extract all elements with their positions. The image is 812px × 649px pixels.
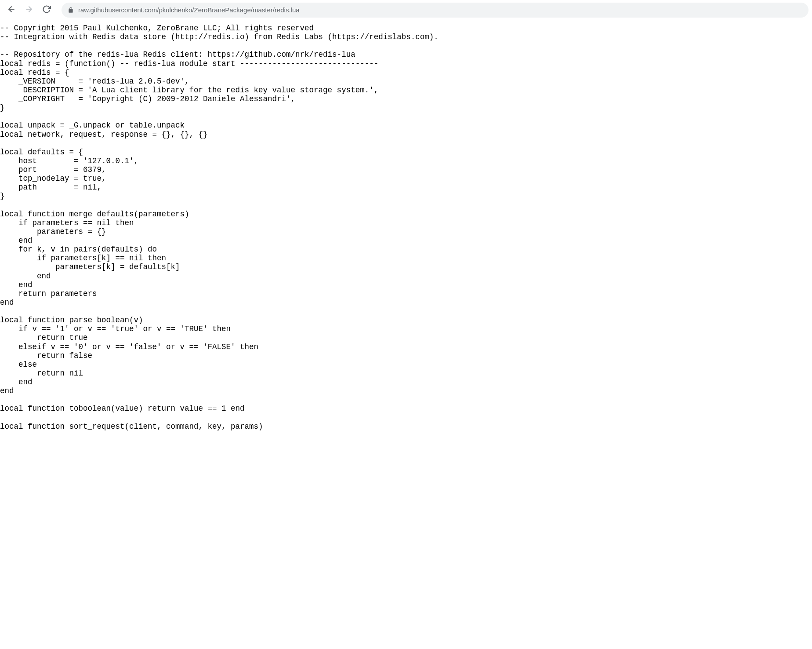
back-arrow-icon xyxy=(7,5,16,15)
url-text: raw.githubusercontent.com/pkulchenko/Zer… xyxy=(78,6,300,14)
raw-file-content: -- Copyright 2015 Paul Kulchenko, ZeroBr… xyxy=(0,20,812,431)
forward-arrow-icon xyxy=(25,5,33,15)
back-button[interactable] xyxy=(4,2,19,18)
lock-icon xyxy=(68,7,74,13)
reload-button[interactable] xyxy=(39,2,54,18)
reload-icon xyxy=(42,5,51,15)
forward-button[interactable] xyxy=(21,2,37,18)
address-bar[interactable]: raw.githubusercontent.com/pkulchenko/Zer… xyxy=(62,3,808,18)
browser-toolbar: raw.githubusercontent.com/pkulchenko/Zer… xyxy=(0,0,812,20)
